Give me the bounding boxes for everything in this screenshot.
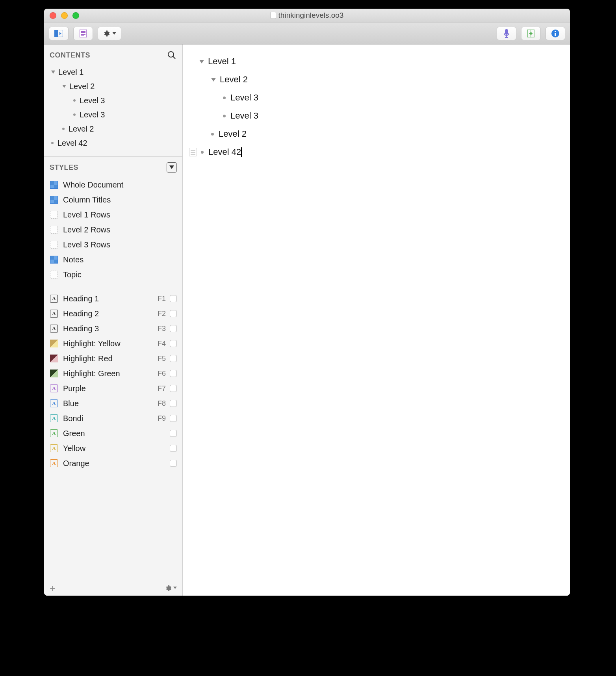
named-style-item[interactable]: ABlueF8 — [47, 396, 181, 411]
style-toggle-checkbox[interactable] — [170, 325, 177, 332]
style-label: Notes — [63, 255, 83, 264]
bullet-icon — [201, 151, 204, 154]
note-handle-icon[interactable] — [189, 148, 197, 156]
style-label: Green — [63, 429, 166, 438]
structural-style-item[interactable]: Notes — [47, 252, 181, 267]
main-area: CONTENTS Level 1Level 2Level 3Level 3Lev… — [44, 45, 570, 596]
toggle-sidebar-button[interactable] — [49, 27, 69, 40]
named-style-item[interactable]: APurpleF7 — [47, 381, 181, 396]
style-label: Yellow — [63, 444, 166, 453]
add-style-button[interactable]: + — [50, 583, 56, 593]
structural-style-item[interactable]: Level 3 Rows — [47, 237, 181, 252]
toolbar — [44, 22, 570, 45]
outline-row[interactable]: Level 3 — [187, 89, 565, 107]
style-label: Heading 1 — [63, 294, 158, 303]
style-toggle-checkbox[interactable] — [170, 445, 177, 452]
named-style-item[interactable]: Highlight: RedF5 — [47, 351, 181, 366]
style-toggle-checkbox[interactable] — [170, 400, 177, 407]
contents-item[interactable]: Level 2 — [44, 79, 182, 93]
outline-row-text[interactable]: Level 3 — [230, 93, 258, 103]
structural-style-item[interactable]: Level 2 Rows — [47, 222, 181, 237]
styles-dropdown-button[interactable] — [167, 162, 177, 173]
highlight-swatch-icon — [50, 369, 58, 378]
outline-row-text[interactable]: Level 42 — [208, 147, 241, 157]
search-button[interactable] — [167, 50, 177, 60]
named-style-item[interactable]: AGreen — [47, 426, 181, 441]
svg-marker-21 — [173, 587, 177, 589]
named-style-item[interactable]: AOrange — [47, 456, 181, 471]
outline-row[interactable]: Level 1 — [187, 52, 565, 71]
style-label: Bondi — [63, 414, 158, 423]
named-style-item[interactable]: AHeading 1F1 — [47, 291, 181, 306]
inspector-button[interactable] — [545, 27, 565, 40]
text-style-icon: A — [50, 459, 58, 468]
document-view-icon — [80, 30, 87, 37]
contents-item[interactable]: Level 1 — [44, 65, 182, 79]
style-shortcut: F7 — [158, 384, 166, 393]
named-style-item[interactable]: AYellow — [47, 441, 181, 456]
disclosure-triangle-icon[interactable] — [51, 71, 55, 74]
style-label: Highlight: Yellow — [63, 339, 158, 348]
svg-point-18 — [168, 52, 174, 57]
contents-item[interactable]: Level 3 — [44, 108, 182, 122]
named-style-item[interactable]: AHeading 2F2 — [47, 306, 181, 321]
minimize-window-button[interactable] — [61, 12, 68, 19]
named-style-item[interactable]: Highlight: GreenF6 — [47, 366, 181, 381]
style-toggle-checkbox[interactable] — [170, 310, 177, 317]
style-toggle-checkbox[interactable] — [170, 430, 177, 437]
close-window-button[interactable] — [50, 12, 56, 19]
text-style-icon: A — [50, 294, 58, 303]
sidebar-icon — [54, 30, 63, 37]
svg-rect-1 — [54, 30, 58, 37]
style-applied-icon — [50, 180, 58, 189]
outline-row-text[interactable]: Level 3 — [230, 111, 258, 121]
contents-item[interactable]: Level 2 — [44, 122, 182, 136]
contents-item[interactable]: Level 3 — [44, 93, 182, 108]
structural-style-item[interactable]: Topic — [47, 267, 181, 282]
action-menu-button[interactable] — [98, 27, 121, 40]
style-label: Column Titles — [63, 195, 111, 204]
named-style-item[interactable]: ABondiF9 — [47, 411, 181, 426]
style-toggle-checkbox[interactable] — [170, 460, 177, 467]
style-toggle-checkbox[interactable] — [170, 355, 177, 362]
disclosure-triangle-icon[interactable] — [199, 60, 204, 63]
info-icon — [551, 29, 560, 38]
style-applied-icon — [50, 195, 58, 204]
outline-row-text[interactable]: Level 1 — [208, 56, 236, 67]
style-toggle-checkbox[interactable] — [170, 385, 177, 392]
style-toggle-checkbox[interactable] — [170, 340, 177, 347]
style-shortcut: F5 — [158, 355, 166, 363]
style-toggle-checkbox[interactable] — [170, 415, 177, 422]
style-toggle-checkbox[interactable] — [170, 295, 177, 302]
disclosure-triangle-icon[interactable] — [211, 78, 216, 82]
svg-point-16 — [555, 31, 556, 32]
style-label: Highlight: Red — [63, 354, 158, 363]
outline-row[interactable]: Level 3 — [187, 107, 565, 125]
named-style-item[interactable]: Highlight: YellowF4 — [47, 336, 181, 351]
contents-item[interactable]: Level 42 — [44, 136, 182, 150]
named-style-item[interactable]: AHeading 3F3 — [47, 321, 181, 336]
structural-style-item[interactable]: Whole Document — [47, 177, 181, 192]
style-toggle-checkbox[interactable] — [170, 370, 177, 377]
document-view-button[interactable] — [73, 27, 93, 40]
disclosure-triangle-icon[interactable] — [62, 85, 66, 88]
structural-style-item[interactable]: Column Titles — [47, 192, 181, 207]
outline-row[interactable]: Level 2 — [187, 125, 565, 143]
zoom-window-button[interactable] — [72, 12, 79, 19]
structural-styles-list: Whole DocumentColumn TitlesLevel 1 RowsL… — [44, 176, 182, 284]
add-column-button[interactable] — [521, 27, 541, 40]
sidebar-action-menu[interactable] — [165, 585, 177, 592]
outline-row-text[interactable]: Level 2 — [220, 74, 248, 85]
structural-style-item[interactable]: Level 1 Rows — [47, 207, 181, 222]
outline-row-text[interactable]: Level 2 — [219, 129, 247, 139]
dictation-button[interactable] — [497, 27, 516, 40]
style-empty-icon — [50, 270, 58, 279]
traffic-lights — [44, 12, 79, 19]
outline-row[interactable]: Level 42 — [187, 143, 565, 161]
style-shortcut: F8 — [158, 399, 166, 408]
outline-row[interactable]: Level 2 — [187, 71, 565, 89]
document-icon — [271, 12, 276, 19]
outline-content[interactable]: Level 1Level 2Level 3Level 3Level 2Level… — [183, 45, 570, 596]
contents-title: CONTENTS — [50, 51, 90, 59]
style-label: Purple — [63, 384, 158, 393]
